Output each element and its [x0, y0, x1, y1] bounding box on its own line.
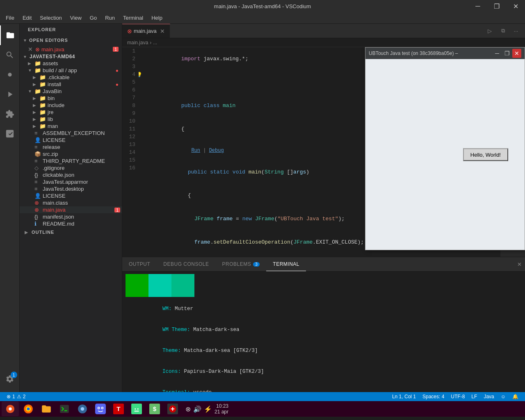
sidebar-item-clickable[interactable]: ▶ 📁 .clickable — [20, 74, 122, 81]
panel-tab-debug[interactable]: DEBUG CONSOLE — [157, 257, 215, 271]
menu-view[interactable]: View — [66, 13, 86, 23]
taskbar-clock[interactable]: 10:23 21 apr — [215, 403, 228, 415]
clock-date: 21 apr — [215, 409, 228, 415]
editor-area: ⊗ main.java ✕ ▷ ⧉ ··· main.java › ... 1 … — [122, 24, 525, 392]
sidebar-item-apparmor[interactable]: ▶ ≡ JavaTest.apparmor — [20, 178, 122, 185]
activity-search[interactable] — [0, 45, 20, 65]
terminal-content[interactable]: WM: Mutter WM Theme: Matcha-dark-sea The… — [122, 272, 525, 392]
sidebar-item-javabin[interactable]: ▼ 📁 JavaBin — [20, 88, 122, 95]
taskbar-discord[interactable] — [92, 402, 109, 416]
text-editor-icon: T — [113, 404, 124, 414]
float-content: Hello, World! — [365, 59, 525, 250]
hello-world-button[interactable]: Hello, World! — [463, 148, 508, 161]
panel-tab-terminal[interactable]: TERMINAL — [266, 257, 306, 271]
sidebar-item-lib[interactable]: ▶ 📁 lib — [20, 116, 122, 123]
sidebar-item-assets[interactable]: ▶ 📁 assets — [20, 60, 122, 67]
menu-terminal[interactable]: Terminal — [119, 13, 147, 23]
taskbar-firefox[interactable] — [20, 402, 37, 416]
close-button[interactable]: ✕ — [506, 0, 525, 12]
status-language[interactable]: Java — [480, 392, 497, 401]
open-editor-main-java[interactable]: ✕ ⊗ main.java 1 — [20, 45, 122, 53]
menu-run[interactable]: Run — [101, 13, 119, 23]
sidebar-item-readme[interactable]: ▶ ℹ README.md — [20, 220, 122, 227]
status-spaces[interactable]: Spaces: 4 — [419, 392, 447, 401]
sidebar-item-jre[interactable]: ▶ 📁 jre — [20, 109, 122, 116]
float-minimize-btn[interactable]: ─ — [493, 49, 502, 58]
status-feedback[interactable]: ☺ — [498, 392, 509, 401]
float-restore-btn[interactable]: ❐ — [502, 49, 511, 58]
sidebar-item-third-party[interactable]: ▶ ≡ THIRD_PARTY_README — [20, 158, 122, 164]
menu-go[interactable]: Go — [86, 13, 101, 23]
panel-tab-output[interactable]: OUTPUT — [122, 257, 157, 271]
sidebar-item-install[interactable]: ▶ 📁 install ● — [20, 81, 122, 88]
taskbar-cash[interactable]: $ — [146, 402, 163, 416]
error-icon: ⊗ — [35, 46, 40, 52]
activity-settings[interactable]: 1 — [0, 369, 20, 389]
split-editor-button[interactable]: ⧉ — [497, 25, 509, 37]
status-bell[interactable]: 🔔 — [509, 392, 522, 401]
breadcrumb-symbol[interactable]: ... — [153, 40, 157, 46]
sidebar-item-release[interactable]: ▶ ≡ release — [20, 144, 122, 151]
taskbar-android[interactable] — [128, 402, 145, 416]
activity-run[interactable] — [0, 84, 20, 104]
sidebar-item-desktop[interactable]: ▶ ≡ JavaTest.desktop — [20, 185, 122, 192]
panel-close-button[interactable]: ✕ — [514, 257, 525, 271]
sidebar-item-clickable-json[interactable]: ▶ {} clickable.json — [20, 171, 122, 178]
restore-button[interactable]: ❐ — [487, 0, 506, 12]
sidebar-item-license1[interactable]: ▶ 👤 LICENSE — [20, 137, 122, 144]
status-encoding[interactable]: UTF-8 — [447, 392, 468, 401]
minimize-button[interactable]: ─ — [468, 0, 487, 12]
root-folder[interactable]: ▼ JAVATEST-AMD64 — [20, 53, 122, 60]
status-line-col-text: Ln 1, Col 1 — [392, 394, 416, 399]
tab-main-java[interactable]: ⊗ main.java ✕ — [122, 24, 170, 38]
float-close-btn[interactable]: ✕ — [512, 49, 521, 58]
sidebar-item-main-java[interactable]: ▶ ⊗ main.java 1 — [20, 206, 122, 213]
status-warnings-icon: ⚠ — [17, 394, 21, 399]
close-editor-icon[interactable]: ✕ — [28, 46, 33, 52]
open-editors-section[interactable]: ▼ OPEN EDITORS — [20, 35, 122, 45]
more-actions-button[interactable]: ··· — [510, 25, 522, 37]
taskbar-settings[interactable] — [74, 402, 91, 416]
sidebar-item-assembly-exception[interactable]: ▶ ≡ ASSEMBLY_EXCEPTION — [20, 130, 122, 137]
lightbulb-icon[interactable]: 💡 — [139, 71, 142, 79]
sidebar-item-include[interactable]: ▶ 📁 include — [20, 102, 122, 109]
taskbar-game[interactable] — [164, 402, 181, 416]
run-link[interactable]: Run — [191, 148, 200, 153]
sidebar-item-src-zip[interactable]: ▶ 📦 src.zip — [20, 151, 122, 158]
menu-edit[interactable]: Edit — [18, 13, 36, 23]
activity-extensions[interactable] — [0, 104, 20, 124]
sidebar-item-license2[interactable]: ▶ 👤 LICENSE — [20, 192, 122, 199]
taskbar-system-launcher[interactable] — [2, 402, 19, 416]
taskbar-text-editor[interactable]: T — [110, 402, 127, 416]
run-button[interactable]: ▷ — [484, 25, 495, 37]
menu-help[interactable]: Help — [147, 13, 167, 23]
tab-error-icon: ⊗ — [127, 28, 132, 34]
sidebar-item-man[interactable]: ▶ 📁 man — [20, 123, 122, 130]
taskbar-files[interactable] — [38, 402, 55, 416]
taskbar-terminal[interactable] — [56, 402, 73, 416]
terminal-icon — [59, 404, 70, 414]
sidebar-item-build[interactable]: ▼ 📁 build / all / app ● — [20, 67, 122, 74]
tab-close-icon[interactable]: ✕ — [160, 28, 165, 34]
svg-rect-25 — [131, 404, 142, 414]
breadcrumb-file[interactable]: main.java — [127, 40, 148, 46]
activity-source-control[interactable] — [0, 65, 20, 84]
menu-file[interactable]: File — [2, 13, 18, 23]
status-line-col[interactable]: Ln 1, Col 1 — [389, 392, 419, 401]
outline-section[interactable]: ▶ OUTLINE — [20, 227, 122, 237]
debug-link[interactable]: Debug — [209, 148, 224, 153]
menu-selection[interactable]: Selection — [36, 13, 66, 23]
tray-network-icon[interactable]: ⊗ — [185, 405, 191, 413]
activity-test[interactable] — [0, 124, 20, 144]
panel-tab-problems[interactable]: PROBLEMS 3 — [216, 257, 267, 271]
sidebar-item-gitignore[interactable]: ▶ ◇ .gitignore — [20, 164, 122, 171]
cj-icon: {} — [34, 172, 41, 178]
status-eol[interactable]: LF — [468, 392, 480, 401]
sidebar-item-manifest[interactable]: ▶ {} manifest.json — [20, 213, 122, 220]
tray-sound-icon[interactable]: 🔊 — [193, 405, 201, 413]
sidebar-item-main-class[interactable]: ▶ ⊗ main.class — [20, 199, 122, 206]
status-errors[interactable]: ⊗ 1 ⚠ 2 — [3, 392, 29, 401]
activity-explorer[interactable] — [0, 25, 20, 45]
sidebar-item-bin[interactable]: ▶ 📁 bin — [20, 95, 122, 102]
tray-battery-icon[interactable]: ⚡ — [204, 405, 212, 413]
